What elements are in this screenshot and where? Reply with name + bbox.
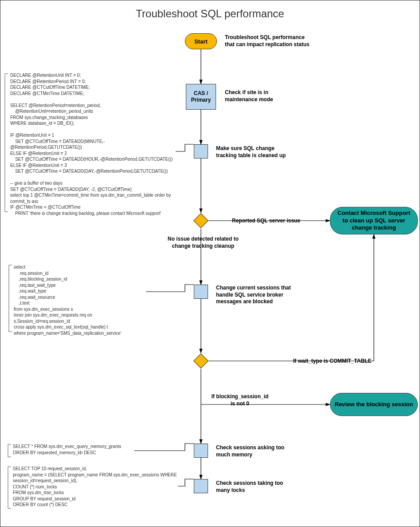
terminator-review-blocking: Review the blocking session [330,393,418,416]
flowchart-canvas: Troubleshoot SQL performance [0,0,420,527]
decision-change-tracking-issue [193,213,208,228]
cas-primary-node: CAS / Primary [186,84,216,110]
step-change-tracking-cleanup [194,144,208,158]
terminator-contact-support: Contact Microsoft Support to clean up SQ… [330,207,418,234]
decision2-down-label: If blocking_session_id is not 0 [204,393,275,407]
sql-block-3: SELECT * FROM sys.dm_exec_query_memory_g… [13,444,135,456]
step5-note: Check sessions taking too many locks [216,480,309,494]
decision1-down-label: No issue detected related to change trac… [161,236,245,250]
decision-wait-type [193,353,208,369]
step2-note: Make sure SQL change tracking table is c… [216,145,309,159]
cas-note: Check if site is in maintenance mode [225,89,314,103]
step4-note: Check sessions asking too much memory [216,444,309,458]
step-memory-sessions [194,444,208,458]
step3-note: Change current sessions that handle SQL … [216,285,309,305]
sql-block-4: SELECT TOP 10 request_session_id, progra… [13,466,179,508]
step-blocked-sessions [194,285,208,299]
start-node: Start [185,33,217,49]
sql-block-1: DECLARE @RetentionUnit INT = 0; DECLARE … [10,72,174,216]
sql-block-2: select req.session_id ,req.blocking_sess… [14,264,147,336]
step-lock-sessions [194,479,208,493]
decision2-right-label: If wait_type is COMMIT_TABLE [293,358,371,365]
decision1-right-label: Reported SQL server issue [232,218,300,225]
start-note: Troubleshoot SQL performance that can im… [225,34,322,48]
page-title: Troubleshoot SQL performance [0,8,420,20]
